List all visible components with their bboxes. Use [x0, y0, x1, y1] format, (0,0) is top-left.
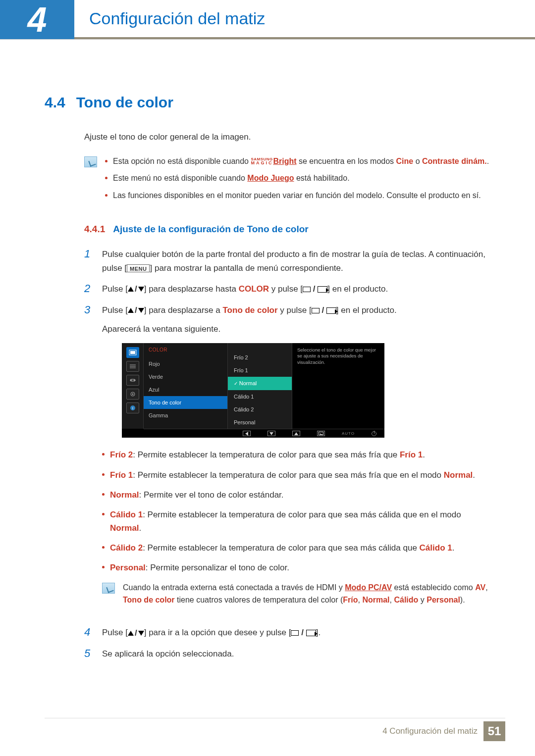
chapter-number: 4: [28, 2, 47, 37]
osd-nav-back-icon: [243, 431, 251, 436]
description-item: Cálido 2: Permite establecer la temperat…: [102, 542, 490, 554]
step-body: Se aplicará la opción seleccionada.: [102, 647, 490, 661]
section-title: Tono de color: [76, 94, 173, 111]
osd-option: Gamma: [144, 409, 227, 422]
note-item: Las funciones disponibles en el monitor …: [105, 190, 489, 202]
osd-suboption: Personal: [228, 416, 292, 429]
osd-suboption: Cálido 2: [228, 403, 292, 416]
intro-paragraph: Ajuste el tono de color general de la im…: [84, 131, 490, 144]
footer-rule: [45, 718, 505, 718]
note-item: Esta opción no está disponible cuando SA…: [105, 155, 489, 168]
osd-nav-down-icon: [268, 431, 275, 436]
section-number: 4.4: [45, 94, 65, 111]
samsung-magic-logo: SAMSUNGMAGIC: [251, 158, 273, 165]
osd-icon-info: i: [126, 403, 139, 413]
osd-power-icon: [372, 431, 376, 436]
chapter-number-box: 4: [0, 0, 74, 39]
osd-auto-label: AUTO: [342, 430, 355, 437]
osd-submenu: Frío 2 Frío 1 Normal Cálido 1 Cálido 2 P…: [228, 343, 292, 429]
osd-icon-list: [126, 361, 139, 372]
osd-help-text: Seleccione el tono de color que mejor se…: [292, 343, 384, 429]
subsection-heading: 4.4.1 Ajuste de la configuración de Tono…: [84, 224, 490, 235]
osd-screenshot: i COLOR Rojo Verde Azul Tono de color Ga…: [122, 343, 490, 438]
osd-title: COLOR: [144, 345, 227, 357]
note-text: Cuando la entrada externa está conectada…: [123, 582, 490, 606]
osd-nav-enter-icon: [317, 431, 325, 436]
footer: 4 Configuración del matiz 51: [382, 721, 505, 741]
description-item: Frío 2: Permite establecer la temperatur…: [102, 449, 490, 461]
up-down-arrows-icon: /: [128, 282, 144, 296]
note-icon: [102, 583, 115, 594]
menu-key-icon: MENU: [127, 264, 150, 272]
osd-suboption: Frío 2: [228, 351, 292, 364]
osd-icon-resize: [126, 375, 139, 386]
note-block-2: Cuando la entrada externa está conectada…: [102, 582, 490, 606]
osd-icon-settings: [126, 389, 139, 400]
description-item: Frío 1: Permite establecer la temperatur…: [102, 469, 490, 482]
svg-marker-5: [130, 379, 131, 382]
step-body: Pulse cualquier botón de la parte fronta…: [102, 248, 490, 275]
note-block-1: Esta opción no está disponible cuando SA…: [84, 155, 490, 207]
description-item: Personal: Permite personalizar el tono d…: [102, 561, 490, 574]
step-number: 2: [84, 282, 94, 297]
step-body: Pulse [/] para ir a la opción que desee …: [102, 626, 490, 640]
osd-main-menu: COLOR Rojo Verde Azul Tono de color Gamm…: [144, 343, 228, 429]
rect-button-icon: [312, 308, 320, 313]
section-heading: 4.4 Tono de color: [45, 94, 490, 111]
svg-marker-6: [134, 379, 136, 382]
osd-suboption: Cálido 1: [228, 390, 292, 403]
osd-bottom-bar: AUTO: [144, 429, 384, 438]
osd-option: Azul: [144, 383, 227, 396]
description-item: Cálido 1: Permite establecer la temperat…: [102, 508, 490, 535]
osd-option-selected: Tono de color: [144, 396, 227, 409]
subsection-title: Ajuste de la configuración de Tono de co…: [113, 224, 308, 235]
note-icon: [84, 156, 97, 167]
svg-rect-1: [130, 351, 135, 354]
chapter-title: Configuración del matiz: [89, 9, 265, 28]
svg-rect-7: [132, 379, 134, 381]
osd-sidebar: i: [122, 343, 144, 429]
osd-suboption: Frío 1: [228, 364, 292, 377]
enter-button-icon: [326, 307, 336, 314]
osd-suboption-selected: Normal: [228, 377, 292, 390]
enter-button-icon: [306, 630, 316, 636]
osd-nav-up-icon: [292, 431, 300, 436]
step-number: 4: [84, 626, 94, 640]
rect-button-icon: [291, 630, 299, 636]
step-number: 1: [84, 248, 94, 275]
step-body: Pulse [/] para desplazarse hasta COLOR y…: [102, 282, 490, 297]
svg-point-9: [132, 394, 133, 395]
subsection-number: 4.4.1: [84, 224, 105, 235]
footer-page-number: 51: [483, 721, 505, 741]
osd-icon-picture: [126, 347, 139, 358]
up-down-arrows-icon: /: [128, 303, 144, 317]
osd-option: Rojo: [144, 357, 227, 370]
step-number: 3: [84, 303, 94, 619]
description-item: Normal: Permite ver el tono de color est…: [102, 489, 490, 502]
chapter-title-box: Configuración del matiz: [74, 0, 535, 39]
chapter-header: 4 Configuración del matiz: [0, 0, 535, 40]
footer-chapter-label: 4 Configuración del matiz: [382, 726, 478, 736]
note-item: Este menú no está disponible cuando Modo…: [105, 172, 489, 185]
step-number: 5: [84, 647, 94, 661]
step-body: Pulse [/] para desplazarse a Tono de col…: [102, 303, 490, 619]
svg-text:i: i: [132, 406, 133, 410]
up-down-arrows-icon: /: [128, 626, 144, 640]
description-list: Frío 2: Permite establecer la temperatur…: [102, 449, 490, 574]
enter-button-icon: [318, 286, 327, 293]
rect-button-icon: [303, 287, 311, 292]
osd-option: Verde: [144, 370, 227, 383]
